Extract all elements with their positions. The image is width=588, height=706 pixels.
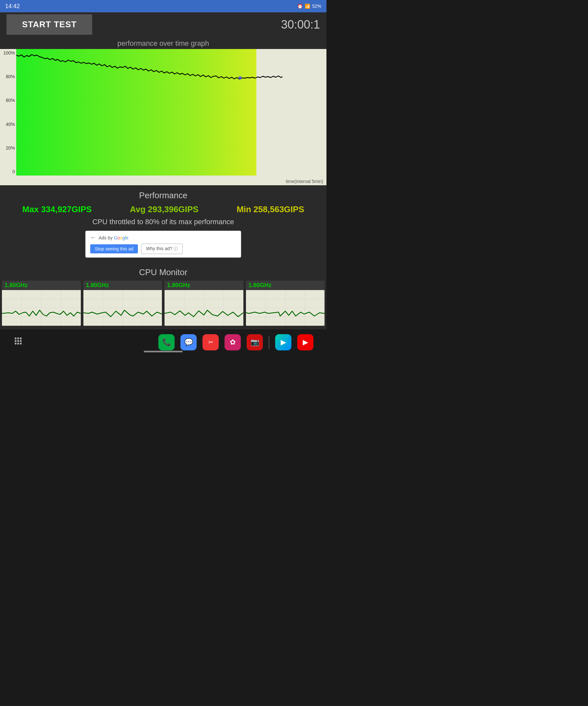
cpu-monitor-section: CPU Monitor 1.80GHz 1.80GHz (0, 265, 326, 329)
y-label-60: 60% (1, 97, 15, 103)
perf-min: Min 258,563GIPS (237, 204, 304, 214)
signal-icon: 📶 (305, 4, 310, 9)
x-axis-label: time(interval 5min) (286, 179, 323, 184)
ads-by-google-label: Ads by Google (99, 235, 128, 240)
perf-max: Max 334,927GIPS (23, 204, 92, 214)
start-test-button[interactable]: START TEST (6, 14, 92, 35)
battery-icon: 52% (312, 4, 321, 9)
status-time: 14:42 (5, 3, 20, 10)
timer-display: 30:00:1 (281, 18, 320, 32)
cpu-core-3-graph (164, 290, 243, 326)
cpu-core-4-freq: 1.80GHz (246, 281, 325, 290)
apps-grid-button[interactable] (13, 336, 23, 348)
cpu-monitor-title: CPU Monitor (2, 267, 324, 277)
cpu-graphs-grid: 1.80GHz 1.80GHz (2, 281, 324, 326)
cpu-core-2: 1.80GHz (83, 281, 162, 326)
cpu-core-1-freq: 1.80GHz (2, 281, 81, 290)
performance-svg (16, 49, 326, 175)
perf-avg: Avg 293,396GIPS (130, 204, 199, 214)
performance-numbers: Max 334,927GIPS Avg 293,396GIPS Min 258,… (3, 204, 323, 214)
svg-point-42 (20, 338, 22, 339)
status-icons: ⏰ 📶 52% (297, 4, 321, 9)
ad-back-arrow[interactable]: ← (90, 234, 96, 241)
nav-bar-indicator (144, 351, 183, 352)
y-label-40: 40% (1, 122, 15, 127)
ad-banner: ← Ads by Google Stop seeing this ad Why … (85, 231, 241, 258)
cpu-core-4: 1.80GHz (246, 281, 325, 326)
nav-bar: 📞 💬 ✂ ✿ 📷 ▶ ▶ (0, 329, 326, 355)
alarm-icon: ⏰ (297, 4, 303, 9)
svg-point-41 (17, 338, 19, 339)
nav-play-icon[interactable]: ▶ (275, 334, 291, 350)
svg-point-15 (238, 76, 242, 79)
performance-stats: Performance Max 334,927GIPS Avg 293,396G… (0, 185, 326, 265)
performance-graph-section: performance over time graph 100% 80% 60%… (0, 37, 326, 185)
cpu-core-2-freq: 1.80GHz (83, 281, 162, 290)
cpu-core-4-graph (246, 290, 325, 326)
svg-point-48 (20, 343, 22, 345)
svg-point-44 (17, 340, 19, 342)
svg-rect-14 (257, 49, 326, 175)
nav-youtube-icon[interactable]: ▶ (297, 334, 313, 350)
top-bar: START TEST 30:00:1 (0, 12, 326, 37)
y-axis-labels: 100% 80% 60% 40% 20% 0 (0, 49, 16, 175)
ad-buttons: Stop seeing this ad Why this ad? ⓘ (90, 244, 236, 254)
cpu-core-1: 1.80GHz (2, 281, 81, 326)
graph-container: 100% 80% 60% 40% 20% 0 (0, 49, 326, 185)
y-label-0: 0 (1, 169, 15, 174)
svg-point-43 (14, 340, 16, 342)
cpu-core-1-graph (2, 290, 81, 326)
nav-divider (269, 336, 269, 349)
why-ad-button[interactable]: Why this ad? ⓘ (141, 244, 183, 254)
y-label-20: 20% (1, 145, 15, 151)
nav-social-icon[interactable]: ✂ (202, 334, 219, 350)
status-bar: 14:42 ⏰ 📶 52% (0, 0, 326, 12)
cpu-core-3: 1.80GHz (164, 281, 243, 326)
nav-camera-icon[interactable]: 📷 (247, 334, 263, 350)
why-ad-label: Why this ad? (146, 246, 172, 251)
svg-point-47 (17, 343, 19, 345)
info-icon: ⓘ (173, 246, 178, 251)
nav-app-icons: 📞 💬 ✂ ✿ 📷 ▶ ▶ (158, 334, 313, 350)
cpu-core-2-graph (83, 290, 162, 326)
nav-flower-icon[interactable]: ✿ (225, 334, 241, 350)
y-label-80: 80% (1, 74, 15, 79)
svg-point-46 (14, 343, 16, 345)
throttle-text: CPU throttled to 80% of its max performa… (3, 218, 323, 226)
ad-header: ← Ads by Google (90, 234, 236, 241)
stop-ad-button[interactable]: Stop seeing this ad (90, 244, 138, 253)
graph-title: performance over time graph (0, 39, 326, 48)
svg-rect-13 (191, 49, 257, 175)
performance-title: Performance (3, 190, 323, 200)
graph-area (16, 49, 326, 175)
cpu-core-3-freq: 1.80GHz (164, 281, 243, 290)
y-label-100: 100% (1, 50, 15, 55)
nav-contacts-icon[interactable]: 📞 (158, 334, 174, 350)
svg-point-40 (14, 338, 16, 339)
svg-point-45 (20, 340, 22, 342)
svg-rect-12 (16, 49, 191, 175)
nav-messages-icon[interactable]: 💬 (181, 334, 197, 350)
